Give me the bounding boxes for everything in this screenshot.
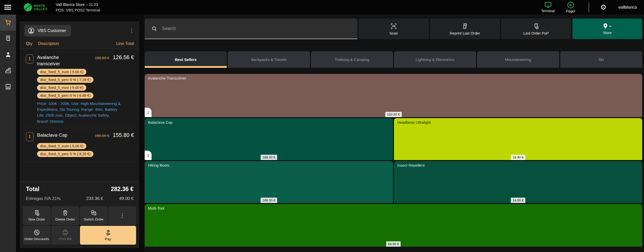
logo-globe-icon xyxy=(24,3,32,11)
order-discounts-label: Order Discounts xyxy=(24,237,49,241)
line-discount-tags: disc_fixed_5_euro (-5.00 €) disc_fixed_5… xyxy=(37,143,134,157)
discount-tag: disc_fixed_5_perc-5 % (-7.28 €) xyxy=(37,77,93,83)
product-tile-balaclava-cap[interactable]: Balaclava Cap 1 169.00 € xyxy=(145,118,393,160)
product-name: Headlamp Ultralight xyxy=(397,120,639,124)
order-options-kebab-icon[interactable]: ⋮ xyxy=(128,29,135,32)
line-price: 155.80 € xyxy=(113,132,134,138)
rail-item-customers[interactable] xyxy=(0,46,16,62)
header-divider xyxy=(589,2,589,12)
settings-gear-icon[interactable]: ⚙ xyxy=(600,4,607,11)
delete-order-button[interactable]: Delete Order xyxy=(51,206,79,225)
customer-circle-icon xyxy=(28,27,35,34)
product-tile-multi-tool[interactable]: Multi-Tool 64.90 € xyxy=(145,204,642,247)
pager-label: Pager xyxy=(566,9,575,13)
reprint-icon xyxy=(461,23,468,30)
line-product-name: Avalanche transceiver xyxy=(37,54,79,67)
customer-icon xyxy=(5,51,12,58)
line-old-price: 169.00 € xyxy=(95,134,109,138)
tab-mountaineering[interactable]: Mountaineering xyxy=(477,51,559,68)
search-icon xyxy=(151,26,157,32)
tax-amount: 49.00 € xyxy=(103,196,134,201)
cash-register-icon xyxy=(5,67,12,74)
order-line[interactable]: 1 Balaclava Cap 169.00 € 155.80 € disc_f… xyxy=(26,128,134,163)
reprint-last-order-button[interactable]: Reprint Last Order xyxy=(430,19,500,39)
tax-label: Entregas IVA 21% xyxy=(26,196,70,201)
toolbar-buttons: Scan Reprint Last Order xyxy=(359,19,642,39)
pay-button[interactable]: Pay xyxy=(80,226,136,245)
switch-order-button[interactable]: Switch Order xyxy=(80,206,108,225)
product-tile-insect-repellent[interactable]: Insect Repellent 14.50 € xyxy=(394,161,642,203)
product-tile-hiking-boots[interactable]: Hiking Boots 169.00 € xyxy=(145,161,393,203)
rail-item-register[interactable] xyxy=(0,14,16,30)
white-valley-logo: WHITE VALLEY xyxy=(24,3,48,11)
product-tile-avalanche-transceiver[interactable]: Avalanche Transceiver 1 150.50 € xyxy=(145,74,642,117)
session-info: Vall Blanca Store – 11:23 POS: VBS POS2 … xyxy=(56,2,100,13)
product-price-badge: 64.90 € xyxy=(386,241,401,247)
rail-item-orders[interactable] xyxy=(0,30,16,46)
customer-row: VBS Customer ⋮ xyxy=(20,21,139,39)
store-label: Store xyxy=(603,31,612,35)
switch-order-label: Switch Order xyxy=(84,217,104,222)
tab-best-sellers[interactable]: Best Sellers xyxy=(145,51,227,68)
customer-button[interactable]: VBS Customer xyxy=(24,25,71,37)
search-bar[interactable] xyxy=(145,19,357,39)
top-header: WHITE VALLEY Vall Blanca Store – 11:23 P… xyxy=(0,0,644,14)
header-right: Terminal Pager ⚙ vallblanca xyxy=(541,2,637,13)
more-actions-kebab-icon: ⋮ xyxy=(119,212,125,219)
barcode-scan-icon xyxy=(390,23,397,30)
line-price: 126.56 € xyxy=(113,54,134,61)
tab-ski[interactable]: Ski xyxy=(560,51,642,68)
scan-button[interactable]: Scan xyxy=(359,19,429,39)
last-order-pop-button[interactable]: Last Order PoP xyxy=(501,19,571,39)
location-pin-icon xyxy=(603,23,608,29)
terminal-monitor-icon xyxy=(544,2,552,8)
column-description: Description xyxy=(38,41,116,46)
rail-item-cash-register[interactable] xyxy=(0,62,16,78)
logged-in-user[interactable]: vallblanca xyxy=(618,5,637,10)
line-discount-tags: disc_fixed_5_euro (-5.00 €) disc_fixed_5… xyxy=(37,69,134,99)
cart-icon xyxy=(4,19,12,26)
category-tabs: Best Sellers Backpacks & Travels Trekkin… xyxy=(145,51,642,68)
discount-tag: disc_fixed_5_euro (-5.00 €) xyxy=(37,143,86,149)
reprint-last-order-label: Reprint Last Order xyxy=(450,31,480,35)
receipt-icon xyxy=(5,35,12,42)
product-name: Hiking Boots xyxy=(148,163,390,167)
line-product-info: Price: 100€ - 200€, Use: High Mountainee… xyxy=(37,101,122,124)
logo-text: WHITE VALLEY xyxy=(34,4,48,11)
pay-icon xyxy=(105,229,111,236)
line-old-price: 150.50 € xyxy=(95,56,109,60)
search-input[interactable] xyxy=(162,26,351,31)
store-selector-button[interactable]: Store xyxy=(572,19,642,39)
chevron-down-icon xyxy=(609,25,612,28)
scan-label: Scan xyxy=(389,31,398,35)
line-qty-badge: 1 xyxy=(26,132,34,141)
discount-tag: disc_fixed_5_euro (-5.00 €) xyxy=(37,85,86,91)
total-label: Total xyxy=(26,186,39,193)
product-name: Avalanche Transceiver xyxy=(148,76,639,80)
tax-base-amount: 233.36 € xyxy=(70,196,103,201)
tab-lightning-electronics[interactable]: Lightning & Electronics xyxy=(394,51,476,68)
more-actions-button[interactable]: ⋮ xyxy=(108,206,136,225)
hamburger-menu-icon[interactable] xyxy=(4,5,11,10)
product-price-badge: 169.00 € xyxy=(261,155,277,160)
rail-item-shop[interactable] xyxy=(0,78,16,94)
discount-tag: disc_fixed_5_perc-5 % (-6.66 €) xyxy=(37,92,93,99)
product-qty-badge: 1 xyxy=(145,108,152,117)
tab-trekking-camping[interactable]: Trekking & Camping xyxy=(311,51,393,68)
tab-backpacks-travels[interactable]: Backpacks & Travels xyxy=(228,51,310,68)
print-bill-button[interactable]: Print Bill xyxy=(51,226,79,245)
terminal-button[interactable]: Terminal xyxy=(541,2,555,13)
pager-button[interactable]: Pager xyxy=(566,2,575,13)
order-line[interactable]: 1 Avalanche transceiver 150.50 € 126.56 … xyxy=(26,50,134,128)
delete-order-icon xyxy=(62,210,69,216)
order-lines: 1 Avalanche transceiver 150.50 € 126.56 … xyxy=(20,49,139,181)
order-discounts-button[interactable]: Order Discounts xyxy=(23,226,51,245)
product-tile-headlamp-ultralight[interactable]: Headlamp Ultralight 18.90 € xyxy=(394,118,642,160)
pos-app: WHITE VALLEY Vall Blanca Store – 11:23 P… xyxy=(0,0,644,252)
customer-name: VBS Customer xyxy=(38,28,66,33)
print-bill-icon xyxy=(62,229,69,236)
delete-order-label: Delete Order xyxy=(55,217,75,222)
last-order-pop-label: Last Order PoP xyxy=(523,31,549,35)
shop-icon xyxy=(5,83,12,90)
new-order-button[interactable]: New Order xyxy=(23,206,51,225)
